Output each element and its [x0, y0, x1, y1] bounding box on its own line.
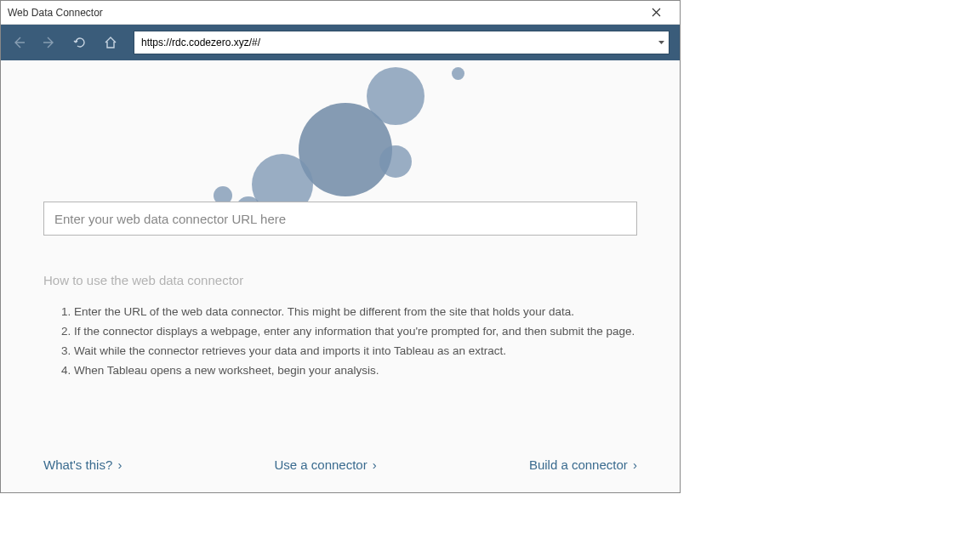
- list-item: Wait while the connector retrieves your …: [74, 344, 637, 360]
- browser-navbar: [1, 25, 680, 60]
- list-item: If the connector displays a webpage, ent…: [74, 324, 637, 340]
- list-item: When Tableau opens a new worksheet, begi…: [74, 363, 637, 379]
- link-label: Use a connector: [274, 457, 367, 472]
- back-button[interactable]: [11, 35, 26, 50]
- forward-button[interactable]: [42, 35, 57, 50]
- link-label: Build a connector: [529, 457, 628, 472]
- chevron-right-icon: ›: [633, 457, 637, 472]
- refresh-icon: [73, 36, 87, 49]
- content-area: How to use the web data connector Enter …: [1, 60, 680, 492]
- close-button[interactable]: [639, 1, 673, 25]
- address-dropdown[interactable]: [653, 31, 669, 54]
- link-label: What's this?: [43, 457, 112, 472]
- chevron-down-icon: [658, 40, 665, 45]
- close-icon: [652, 8, 661, 17]
- address-input[interactable]: [134, 37, 653, 48]
- chevron-right-icon: ›: [117, 457, 122, 472]
- content-inner: How to use the web data connector Enter …: [1, 60, 680, 492]
- use-connector-link[interactable]: Use a connector ›: [274, 457, 376, 472]
- arrow-left-icon: [12, 36, 26, 49]
- address-bar[interactable]: [134, 31, 669, 54]
- chevron-right-icon: ›: [373, 457, 377, 472]
- home-button[interactable]: [103, 35, 118, 50]
- build-connector-link[interactable]: Build a connector ›: [529, 457, 637, 472]
- list-item: Enter the URL of the web data connector.…: [74, 304, 637, 321]
- home-icon: [104, 36, 117, 49]
- howto-list: Enter the URL of the web data connector.…: [74, 304, 637, 379]
- wdc-url-input[interactable]: [43, 202, 637, 236]
- howto-heading: How to use the web data connector: [43, 273, 637, 287]
- arrow-right-icon: [43, 36, 56, 49]
- links-row: What's this? › Use a connector › Build a…: [43, 457, 637, 472]
- web-data-connector-window: Web Data Connector: [0, 0, 681, 493]
- titlebar[interactable]: Web Data Connector: [1, 1, 680, 25]
- whats-this-link[interactable]: What's this? ›: [43, 457, 122, 472]
- refresh-button[interactable]: [72, 35, 88, 50]
- window-title: Web Data Connector: [8, 7, 103, 19]
